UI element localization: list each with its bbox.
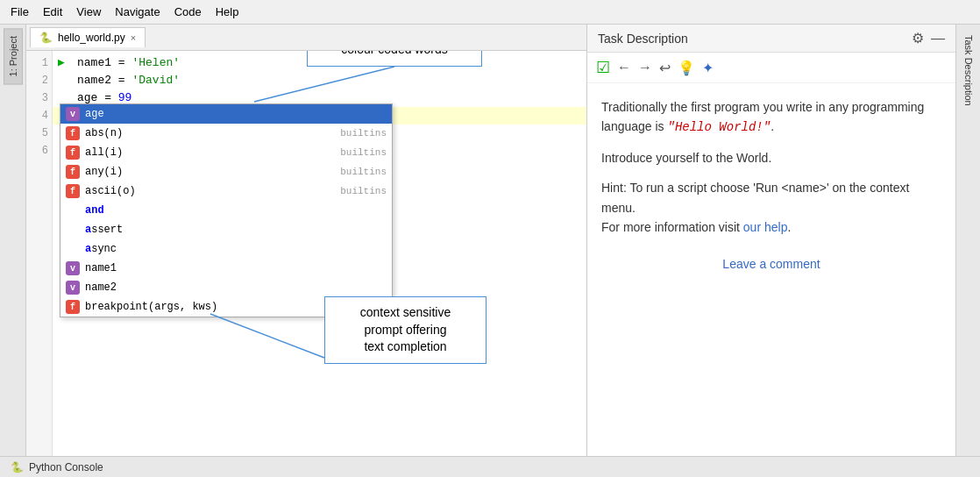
ac-item-async[interactable]: async [60,239,392,259]
hint-icon[interactable]: 💡 [678,60,695,76]
code-string-david: 'David' [131,74,180,87]
our-help-link[interactable]: our help [743,220,788,234]
ac-name-age: age [85,108,387,120]
ac-name-async: async [85,243,387,255]
right-sidebar-tab[interactable]: Task Description [960,28,977,113]
right-panel: Task Description ⚙ — ☑ ← → ↩ 💡 ✦ Traditi… [587,25,955,477]
ac-badge-v-name1: v [66,261,80,275]
python-file-icon: 🐍 [39,32,53,44]
right-panel-header: Task Description ⚙ — [587,25,955,53]
menubar: File Edit View Navigate Code Help [0,0,980,25]
menu-view[interactable]: View [69,3,108,21]
content-hello-world: "Hello World!" [668,120,771,134]
code-number-99: 99 [118,91,132,104]
callout-context-text: context sensitiveprompt offeringtext com… [360,305,451,353]
ac-module-ascii: builtins [340,186,387,196]
content-para3: Hint: To run a script choose 'Run <name>… [601,178,941,237]
ac-module-all: builtins [340,147,387,158]
python-console-label[interactable]: Python Console [29,461,103,473]
line-numbers: 1 2 3 4 5 6 [26,51,53,458]
run-arrow-icon: ▶ [58,54,65,72]
right-toolbar: ☑ ← → ↩ 💡 ✦ [587,53,955,83]
code-var-name1: name1 [77,56,111,69]
forward-icon[interactable]: → [638,60,652,75]
menu-edit[interactable]: Edit [36,3,69,21]
left-sidebar: 1: Project [0,25,26,477]
ac-badge-f-abs: f [66,126,80,140]
content-para2: Introduce yourself to the World. [601,148,941,167]
callout-color-coded: colour coded words [307,51,482,67]
line-num-5: 5 [26,125,52,142]
code-line-2: name2 = 'David' [53,72,586,89]
callout-context-sensitive: context sensitiveprompt offeringtext com… [324,296,486,364]
main-container: 1: Project 🐍 hello_world.py × 1 2 3 4 5 … [0,25,980,477]
ac-spacer-assert [66,223,80,237]
editor-tab[interactable]: 🐍 hello_world.py × [30,27,146,47]
code-var-name2: name2 [77,74,111,87]
ac-item-all[interactable]: f all(i) builtins [60,143,392,162]
tab-filename: hello_world.py [58,32,125,44]
sidebar-tab-project[interactable]: 1: Project [4,28,23,84]
menu-navigate[interactable]: Navigate [108,3,167,21]
code-var-age: age [77,91,97,104]
minimize-icon[interactable]: — [931,31,945,46]
right-panel-controls: ⚙ — [912,30,945,46]
ac-badge-v: v [66,107,80,121]
leave-comment-link[interactable]: Leave a comment [722,257,820,271]
ac-item-and[interactable]: and [60,201,392,220]
ac-badge-f-breakpoint: f [66,300,80,314]
undo-icon[interactable]: ↩ [659,60,671,76]
tab-bar: 🐍 hello_world.py × [26,25,586,51]
ac-item-ascii[interactable]: f ascii(o) builtins [60,182,392,201]
ac-name-assert: assert [85,224,387,236]
ac-name-breakpoint: breakpoint(args, kws) [85,301,333,313]
ac-badge-v-name2: v [66,281,80,295]
ac-spacer-async [66,242,80,256]
content-para1-end: . [771,119,774,133]
back-icon[interactable]: ← [617,60,631,75]
check-icon[interactable]: ☑ [596,58,610,77]
right-panel-title: Task Description [598,32,688,46]
right-sidebar: Task Description [955,25,980,477]
menu-code[interactable]: Code [167,3,209,21]
ac-name-name2: name2 [85,281,387,294]
ac-name-any: any(i) [85,166,333,178]
ac-name-and: and [85,204,387,217]
ac-item-name2[interactable]: v name2 [60,278,392,297]
tab-close-button[interactable]: × [131,32,136,43]
python-console-icon: 🐍 [11,461,24,473]
menu-help[interactable]: Help [209,3,246,21]
bottom-bar: 🐍 Python Console [0,456,980,477]
menu-file[interactable]: File [4,3,36,21]
ac-badge-f-ascii: f [66,184,80,198]
ac-badge-f-all: f [66,146,80,160]
ac-module-abs: builtins [340,128,387,139]
line-num-3: 3 [26,89,52,107]
settings-icon[interactable]: ⚙ [912,30,924,46]
ac-item-name1[interactable]: v name1 [60,259,392,278]
code-string-helen: 'Helen' [131,56,180,69]
ac-name-all: all(i) [85,146,333,159]
autocomplete-dropdown[interactable]: v age f abs(n) builtins f all(i) builtin… [60,103,393,317]
editor-container: 🐍 hello_world.py × 1 2 3 4 5 6 ▶ [26,25,587,477]
callout-color-coded-text: colour coded words [341,51,447,56]
ac-item-any[interactable]: f any(i) builtins [60,162,392,182]
svg-line-1 [210,314,324,358]
ac-name-abs: abs(n) [85,127,333,139]
content-para1: Traditionally the first program you writ… [601,97,941,138]
ac-item-abs[interactable]: f abs(n) builtins [60,124,392,143]
leave-comment-section: Leave a comment [601,254,941,274]
ac-name-name1: name1 [85,262,387,274]
line-num-2: 2 [26,72,52,89]
ac-badge-f-any: f [66,165,80,179]
ac-module-any: builtins [340,167,387,177]
ac-item-assert[interactable]: assert [60,220,392,239]
code-content[interactable]: ▶ name1 = 'Helen' name2 = 'David' age = … [53,51,586,458]
ac-name-ascii: ascii(o) [85,185,333,197]
code-editor[interactable]: 1 2 3 4 5 6 ▶ name1 = 'Helen' name2 = 'D… [26,51,586,458]
line-num-4: 4 [26,107,52,125]
ac-item-age[interactable]: v age [60,104,392,124]
right-content: Traditionally the first program you writ… [587,83,955,477]
star-icon[interactable]: ✦ [702,60,714,76]
line-num-1: 1 [26,54,52,72]
